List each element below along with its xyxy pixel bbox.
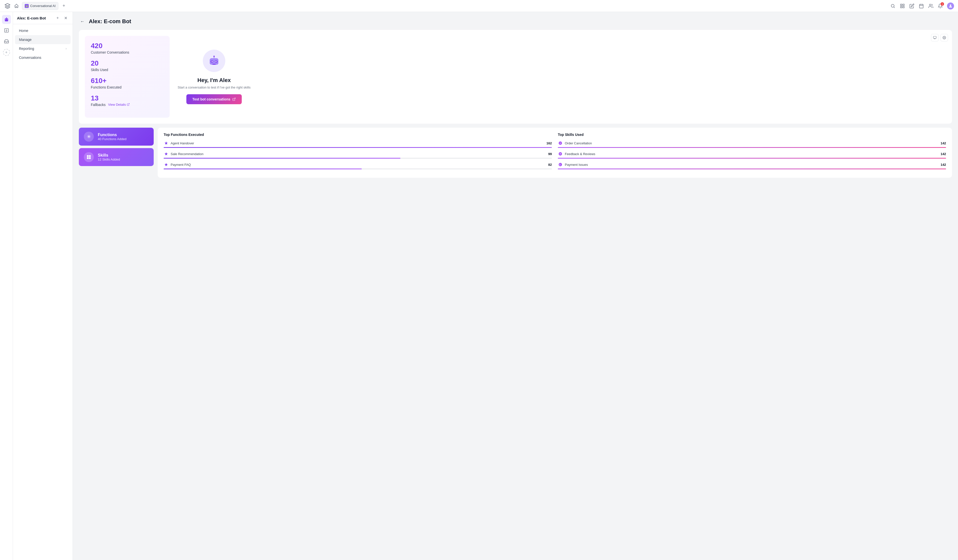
stat-skills-label: Skills Used xyxy=(91,68,163,72)
nav-panel: Alex: E-com Bot + ✕ Home Manage Reportin… xyxy=(13,12,73,560)
function-2-icon xyxy=(163,151,169,156)
svg-rect-17 xyxy=(212,64,216,65)
page-header: ← Alex: E-com Bot xyxy=(79,18,952,25)
skill-3-bar xyxy=(558,169,946,169)
svg-rect-25 xyxy=(87,157,89,159)
analytics-card: Top Functions Executed Agent Handover 16… xyxy=(158,128,952,178)
stats-section: 420 Customer Conversations 20 Skills Use… xyxy=(85,36,170,118)
functions-title: Functions xyxy=(98,133,127,137)
grid-icon[interactable] xyxy=(899,3,905,9)
back-button[interactable]: ← xyxy=(79,18,86,25)
home-icon[interactable] xyxy=(13,3,20,9)
stat-functions-label: Functions Executed xyxy=(91,85,163,89)
svg-point-15 xyxy=(211,61,213,62)
reporting-arrow: › xyxy=(66,47,67,51)
skills-card[interactable]: Skills 12 Skills Added xyxy=(79,148,154,166)
top-function-1: Agent Handover 162 xyxy=(163,141,552,148)
nav-item-manage[interactable]: Manage xyxy=(15,35,71,44)
skill-3-label: Payment Issues xyxy=(565,163,588,166)
top-function-2: Sale Recommendation 99 xyxy=(163,151,552,158)
stat-conversations-label: Customer Conversations xyxy=(91,51,163,54)
skill-3-value: 142 xyxy=(941,163,946,166)
bot-view-btn[interactable] xyxy=(931,34,939,41)
top-functions-title: Top Functions Executed xyxy=(163,133,552,137)
sidebar-icon-add[interactable]: + xyxy=(3,49,10,56)
top-skill-2: Feedback & Reviews 142 xyxy=(558,151,946,158)
svg-rect-23 xyxy=(87,155,89,157)
stat-fallbacks-label: Fallbacks xyxy=(91,103,106,107)
svg-point-0 xyxy=(891,4,894,7)
sidebar-icon-bot[interactable] xyxy=(2,15,11,24)
skills-icon xyxy=(84,152,94,162)
nav-item-reporting[interactable]: Reporting › xyxy=(15,44,71,53)
add-tab-button[interactable]: + xyxy=(60,3,67,9)
stat-skills: 20 Skills Used xyxy=(91,59,163,72)
svg-point-7 xyxy=(950,5,951,6)
top-skills-title: Top Skills Used xyxy=(558,133,946,137)
functions-card[interactable]: ✳ Functions 40 Functions Added xyxy=(79,128,154,146)
stat-functions: 610+ Functions Executed xyxy=(91,77,163,89)
nav-panel-close[interactable]: ✕ xyxy=(63,15,68,21)
search-icon[interactable] xyxy=(890,3,896,9)
functions-skills: ✳ Functions 40 Functions Added xyxy=(79,128,154,178)
card-actions xyxy=(931,34,948,41)
bot-settings-btn[interactable] xyxy=(941,34,948,41)
functions-icon: ✳ xyxy=(84,132,94,142)
sidebar-icons: + xyxy=(0,12,13,560)
function-1-icon xyxy=(163,141,169,146)
functions-info: Functions 40 Functions Added xyxy=(98,133,127,141)
stat-fallbacks: 13 Fallbacks View Details xyxy=(91,94,163,107)
stat-functions-value: 610+ xyxy=(91,77,163,85)
skill-2-label: Feedback & Reviews xyxy=(565,152,595,156)
function-3-value: 82 xyxy=(548,163,552,166)
skill-3-icon: $ xyxy=(558,162,563,167)
svg-rect-5 xyxy=(920,4,923,8)
skill-1-value: 142 xyxy=(941,141,946,145)
sidebar-icon-inbox[interactable] xyxy=(2,37,11,46)
function-2-value: 99 xyxy=(548,152,552,156)
test-bot-button[interactable]: Test bot conversations xyxy=(186,94,242,104)
notification-badge: 1 xyxy=(941,2,944,6)
skill-2-icon xyxy=(558,151,563,156)
skills-title: Skills xyxy=(98,153,120,158)
bot-name: Hey, I'm Alex xyxy=(197,77,231,84)
function-3-label: Payment FAQ xyxy=(171,163,191,166)
conversational-ai-tab[interactable]: 🤖 Conversational AI xyxy=(22,2,59,10)
nav-item-conversations[interactable]: Conversations xyxy=(15,53,71,62)
view-details-link[interactable]: View Details xyxy=(108,103,130,106)
notification-icon[interactable]: 1 xyxy=(937,3,943,9)
nav-item-home[interactable]: Home xyxy=(15,26,71,35)
user-avatar[interactable] xyxy=(947,3,954,9)
top-functions-section: Top Functions Executed Agent Handover 16… xyxy=(163,133,552,173)
bot-section: Hey, I'm Alex Start a conversation to te… xyxy=(170,36,259,118)
page-title: Alex: E-com Bot xyxy=(89,18,131,25)
tab-icon: 🤖 xyxy=(25,4,29,8)
top-skill-3: $ Payment Issues 142 xyxy=(558,162,946,169)
skills-info: Skills 12 Skills Added xyxy=(98,153,120,161)
skill-1-bar xyxy=(558,147,946,148)
calendar-icon[interactable] xyxy=(918,3,924,9)
skill-2-bar xyxy=(558,158,946,158)
svg-rect-2 xyxy=(903,4,904,5)
skills-subtitle: 12 Skills Added xyxy=(98,158,120,161)
function-2-bar xyxy=(163,158,552,158)
function-3-bar xyxy=(163,169,552,169)
logo[interactable] xyxy=(4,3,11,9)
svg-point-6 xyxy=(929,4,931,6)
edit-icon[interactable] xyxy=(909,3,915,9)
top-skill-1: Order Cancellation 142 xyxy=(558,141,946,148)
svg-rect-26 xyxy=(89,157,91,159)
people-icon[interactable] xyxy=(928,3,934,9)
topnav-icons: 1 xyxy=(890,3,954,9)
function-3-icon xyxy=(163,162,169,167)
nav-panel-actions: + ✕ xyxy=(55,15,68,21)
main-layout: + Alex: E-com Bot + ✕ Home Manage Report… xyxy=(0,12,958,560)
sidebar-icon-reports[interactable] xyxy=(2,26,11,35)
stat-skills-value: 20 xyxy=(91,59,163,67)
nav-panel-add[interactable]: + xyxy=(55,15,60,21)
topnav: 🤖 Conversational AI + xyxy=(0,0,958,12)
bot-avatar xyxy=(203,50,225,72)
svg-rect-3 xyxy=(901,6,902,8)
svg-line-11 xyxy=(128,103,130,105)
svg-point-10 xyxy=(944,37,945,38)
